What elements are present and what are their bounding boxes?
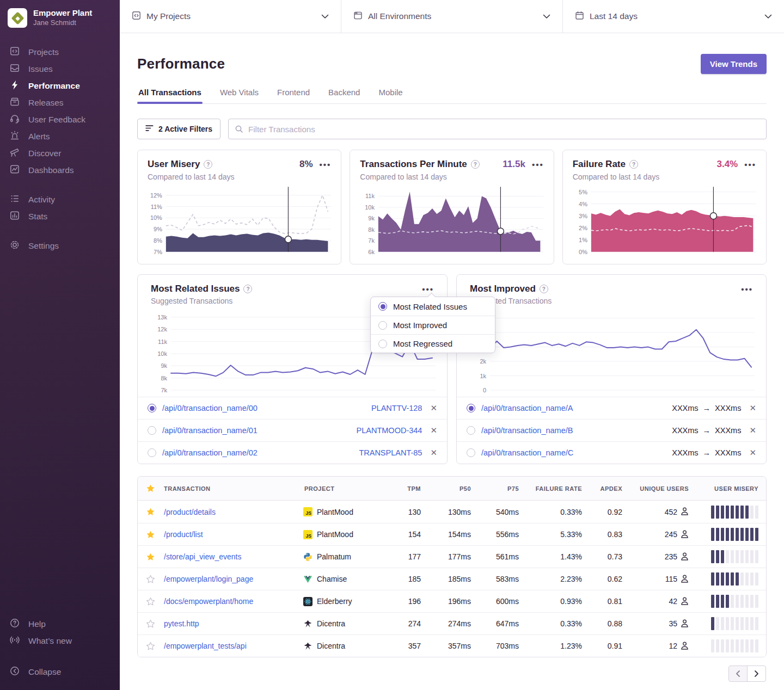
star-outline-icon[interactable] [138, 619, 163, 629]
close-icon[interactable]: ✕ [430, 403, 437, 413]
transaction-link[interactable]: /api/0/transaction_name/02 [162, 448, 353, 457]
sidebar-item-releases[interactable]: Releases [0, 94, 120, 111]
issues-icon [9, 63, 20, 76]
user-misery-chart: 12%11%10%9%8%7% [148, 186, 331, 256]
close-icon[interactable]: ✕ [749, 403, 756, 413]
failure-rate-cell: 5.33% [526, 530, 590, 539]
org-switcher[interactable]: Empower Plant Jane Schmidt [0, 0, 120, 31]
failure-rate-cell: 1.43% [526, 552, 590, 561]
star-filled-icon[interactable] [138, 507, 163, 516]
radio-button[interactable] [467, 426, 475, 435]
radio-button[interactable] [148, 426, 156, 435]
help-icon[interactable]: ? [629, 160, 638, 169]
sidebar-item-discover[interactable]: Discover [0, 145, 120, 162]
sidebar-item-label: What’s new [28, 636, 72, 646]
transaction-link[interactable]: /product/details [164, 508, 216, 516]
sidebar-item-user-feedback[interactable]: User Feedback [0, 111, 120, 128]
issue-link[interactable]: PLANTTV-128 [371, 404, 422, 412]
apdex-cell: 0.88 [590, 619, 630, 628]
sidebar-item-what-s-new[interactable]: What’s new [0, 632, 120, 649]
close-icon[interactable]: ✕ [430, 426, 437, 435]
table-body: /product/details JSPlantMood 130 130ms 5… [138, 501, 766, 657]
issue-link[interactable]: TRANSPLANT-85 [359, 448, 422, 457]
menu-item-most-regressed[interactable]: Most Regressed [371, 334, 495, 353]
star-column-header [138, 484, 163, 493]
sidebar-item-collapse[interactable]: Collapse [0, 663, 120, 680]
radio-button [378, 302, 387, 311]
help-icon[interactable]: ? [540, 285, 548, 293]
transaction-link[interactable]: /api/0/transaction_name/C [481, 448, 666, 457]
tab-mobile[interactable]: Mobile [377, 88, 403, 103]
help-icon [9, 618, 20, 631]
star-outline-icon[interactable] [138, 597, 163, 606]
p75-cell: 583ms [479, 575, 526, 583]
ellipsis-menu-button[interactable]: ••• [532, 161, 544, 169]
project-filter-dropdown[interactable]: My Projects [120, 0, 341, 33]
transaction-link[interactable]: /api/0/transaction_name/01 [162, 426, 351, 435]
ellipsis-menu-button[interactable]: ••• [744, 161, 756, 169]
failure-rate-chart: 5%4%3%2%1%0% [573, 186, 756, 256]
transaction-link[interactable]: /api/0/transaction_name/A [481, 404, 666, 412]
transaction-link[interactable]: /store/api_view_events [164, 552, 241, 561]
help-icon[interactable]: ? [204, 160, 212, 169]
next-page-button[interactable] [747, 666, 766, 682]
search-input[interactable] [228, 119, 767, 139]
radio-button[interactable] [467, 448, 475, 457]
sidebar-item-alerts[interactable]: Alerts [0, 128, 120, 145]
empower-plant-logo-icon [11, 11, 24, 24]
tab-all-transactions[interactable]: All Transactions [137, 88, 203, 103]
sidebar-item-help[interactable]: Help [0, 615, 120, 632]
sidebar-item-dashboards[interactable]: Dashboards [0, 162, 120, 178]
radio-button[interactable] [148, 404, 156, 412]
list-item: /api/0/transaction_name/C XXXms→XXXms✕ [457, 441, 766, 464]
help-icon[interactable]: ? [243, 285, 252, 293]
active-filters-button[interactable]: 2 Active Filters [137, 119, 220, 139]
svg-text:2%: 2% [579, 225, 587, 231]
sidebar-item-activity[interactable]: Activity [0, 191, 120, 208]
failure-rate-cell: 1.23% [526, 642, 590, 650]
help-icon[interactable]: ? [471, 160, 480, 169]
close-icon[interactable]: ✕ [749, 448, 756, 458]
close-icon[interactable]: ✕ [430, 448, 437, 458]
list-item: /api/0/transaction_name/00 PLANTTV-128✕ [138, 397, 447, 419]
transaction-link[interactable]: /docs/empowerplant/home [164, 597, 253, 606]
chart-card-most-improved: Most Improved ? ••• Suggested Transactio… [456, 274, 767, 464]
sidebar-item-projects[interactable]: Projects [0, 44, 120, 60]
radio-button[interactable] [148, 448, 156, 457]
tab-web-vitals[interactable]: Web Vitals [219, 88, 260, 103]
metric-card-transactions-per-minute: Transactions Per Minute ? 11.5k ••• Comp… [350, 150, 554, 264]
star-filled-icon[interactable] [138, 530, 163, 539]
sidebar-item-performance[interactable]: Performance [0, 77, 120, 94]
ellipsis-menu-button[interactable]: ••• [741, 285, 753, 293]
duration-change: XXXms→XXXms [672, 426, 741, 435]
list-item: /api/0/transaction_name/01 PLANTMOOD-344… [138, 419, 447, 441]
menu-item-most-related-issues[interactable]: Most Related Issues [371, 297, 495, 316]
tab-backend[interactable]: Backend [327, 88, 361, 103]
sidebar-item-settings[interactable]: Settings [0, 237, 120, 254]
star-outline-icon[interactable] [138, 575, 163, 584]
star-filled-icon[interactable] [138, 552, 163, 562]
transaction-link[interactable]: /product/list [164, 530, 203, 539]
tab-frontend[interactable]: Frontend [276, 88, 311, 103]
sidebar-item-issues[interactable]: Issues [0, 60, 120, 77]
radio-button[interactable] [467, 404, 475, 412]
transaction-link[interactable]: /empowerplant/login_page [164, 575, 253, 583]
tpm-cell: 130 [394, 508, 428, 516]
sidebar-item-stats[interactable]: Stats [0, 208, 120, 225]
ellipsis-menu-button[interactable]: ••• [422, 285, 434, 293]
star-outline-icon[interactable] [138, 642, 163, 651]
transaction-link[interactable]: /api/0/transaction_name/B [481, 426, 666, 435]
view-trends-button[interactable]: View Trends [701, 54, 767, 74]
transaction-link[interactable]: pytest.http [164, 619, 199, 628]
transaction-link[interactable]: /api/0/transaction_name/00 [162, 404, 365, 412]
issue-link[interactable]: PLANTMOOD-344 [357, 426, 422, 435]
environment-filter-dropdown[interactable]: All Environments [341, 0, 562, 33]
menu-item-most-improved[interactable]: Most Improved [371, 316, 495, 334]
bird-platform-icon [303, 619, 313, 629]
close-icon[interactable]: ✕ [749, 426, 756, 435]
previous-page-button[interactable] [728, 666, 748, 682]
javascript-platform-icon: JS [303, 530, 313, 539]
transaction-link[interactable]: /empowerplant_tests/api [164, 642, 247, 650]
ellipsis-menu-button[interactable]: ••• [320, 161, 332, 169]
date-range-dropdown[interactable]: Last 14 days [562, 0, 784, 33]
